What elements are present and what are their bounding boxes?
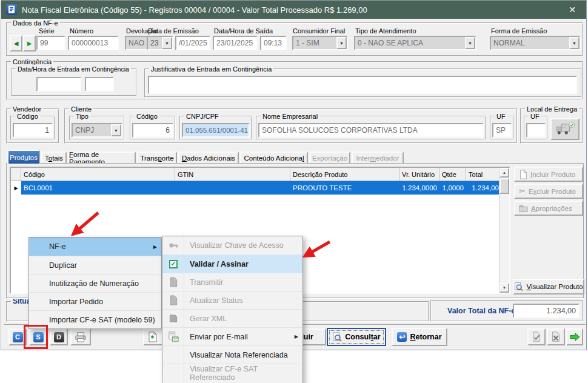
consultar-button[interactable]: Consultar <box>327 328 386 346</box>
cliente-codigo-field[interactable]: 6 <box>132 123 173 138</box>
cliente-nome-field[interactable]: SOFOLHA SOLUCOES CORPORATIVAS LTDA <box>258 123 484 138</box>
title-bar: Nota Fiscal Eletrônica (Código 55) - Reg… <box>1 1 586 19</box>
cliente-tipo-combo[interactable]: CNPJ ▼ <box>72 123 122 138</box>
consumidor-label: Consumidor Final <box>293 27 345 35</box>
annotation-arrow-nfe <box>62 209 104 242</box>
justificativa-label: Justificativa de Entrada em Contingência <box>149 65 273 73</box>
scissors-icon: ✂ <box>519 187 526 196</box>
cliente-cnpj-field[interactable]: 01.055.651/0001-41 <box>182 123 250 138</box>
nav-prev-button[interactable]: ◀ <box>10 35 22 52</box>
col-descricao[interactable]: Descrição Produto <box>290 168 399 181</box>
col-codigo[interactable]: Código <box>21 168 175 181</box>
vendedor-codigo-field[interactable]: 1 <box>13 123 53 138</box>
close-icon[interactable]: ✕ <box>558 1 586 19</box>
menu-item-duplicar[interactable]: Duplicar <box>29 256 161 274</box>
emissao-label: Data de Emissão <box>148 27 199 35</box>
col-vr-unitario[interactable]: Vr. Unitário <box>399 168 439 181</box>
retornar-button[interactable]: ↩ Retornar <box>392 328 447 346</box>
print-button[interactable] <box>70 328 91 345</box>
serie-label: Série <box>39 27 55 35</box>
dropdown-arrow-icon[interactable]: ▼ <box>111 124 121 136</box>
table-row[interactable]: ▶ BCL0001 PRODUTO TESTE 1.234,0000 1,000… <box>11 181 509 195</box>
submenu-arrow-icon: ▶ <box>153 244 157 250</box>
scroll-down-icon[interactable]: ▼ <box>499 283 509 293</box>
scrollbar-thumb[interactable] <box>499 178 509 194</box>
saida-data-field[interactable]: 23/01/2025 <box>213 36 258 50</box>
submenu-item-visualizar-cfe-ref: Visualizar CF-e SAT Referenciado <box>162 364 302 382</box>
tab-dados-adicionais[interactable]: Dados Adicionais <box>178 152 239 164</box>
col-total[interactable]: Total <box>466 168 501 181</box>
submenu-item-enviar-email[interactable]: Enviar por E-mail ▶ <box>162 327 302 345</box>
toolbar-d-button[interactable]: D <box>50 328 68 345</box>
consumidor-combo[interactable]: 1 - SIM ▼ <box>292 36 348 50</box>
cliente-cnpj-label: CNPJ/CPF <box>184 112 221 121</box>
cell-gtin <box>175 181 290 195</box>
tab-totais[interactable]: Totais <box>41 152 67 164</box>
tab-conteudo-adicional[interactable]: Conteúdo Adicional <box>240 152 308 164</box>
tab-transporte[interactable]: Transporte <box>137 152 177 164</box>
scroll-up-icon[interactable]: ▲ <box>499 168 509 178</box>
window-title: Nota Fiscal Eletrônica (Código 55) - Reg… <box>22 1 367 19</box>
folder-icon <box>519 204 528 212</box>
menu-item-importar-cfe-sat[interactable]: Importar CF-e SAT (modelo 59) <box>29 310 161 328</box>
emissao-resto-field[interactable]: /01/2025 <box>175 36 210 50</box>
justificativa-field[interactable] <box>148 76 577 94</box>
col-gtin[interactable]: GTIN <box>175 168 290 181</box>
saida-hora-field[interactable]: 09:13 <box>260 36 287 50</box>
entrega-uf-field[interactable] <box>526 123 546 138</box>
forma-emissao-combo[interactable]: NORMAL ▼ <box>490 36 581 50</box>
submenu-item-validar-assinar[interactable]: ✓ Validar / Assinar <box>162 255 302 273</box>
row-pointer-icon: ▶ <box>11 181 21 195</box>
doc-check-icon <box>531 331 542 342</box>
excluir-produto-button: ✂ Excluir Produto <box>514 184 583 199</box>
nav-next-button[interactable]: ▶ <box>23 35 36 52</box>
dropdown-arrow-icon[interactable]: ▼ <box>465 37 475 49</box>
save-doc-icon <box>148 331 157 342</box>
dropdown-arrow-icon[interactable]: ▼ <box>336 37 347 49</box>
email-icon <box>167 331 179 343</box>
contingencia-hora-field[interactable] <box>85 77 114 92</box>
valor-total-label: Valor Total da NF-e: <box>447 307 518 315</box>
annotation-red-box <box>24 325 48 349</box>
contingencia-data-field[interactable] <box>36 77 81 92</box>
nfe-window: Nota Fiscal Eletrônica (Código 55) - Reg… <box>1 0 587 350</box>
submenu-item-visualizar-nota-ref[interactable]: Visualizar Nota Referenciada <box>162 345 302 364</box>
atendimento-label: Tipo de Atendimento <box>355 27 416 35</box>
dropdown-arrow-icon[interactable]: ▼ <box>569 37 580 49</box>
cliente-uf-field[interactable]: SP <box>492 123 512 138</box>
local-entrega-button[interactable] <box>550 118 580 140</box>
grid-indicator-header <box>11 168 21 181</box>
cliente-nome-label: Nome Empresarial <box>261 112 319 121</box>
grid-vscrollbar[interactable]: ▲ ▼ <box>499 168 509 293</box>
cliente-tipo-label: Tipo <box>74 112 90 121</box>
col-qtde[interactable]: Qtde <box>439 168 466 181</box>
menu-item-inutilizacao[interactable]: Inutilização de Numeração <box>29 274 161 292</box>
gray-doc-icon <box>167 276 179 288</box>
tab-exportacao: Exportação <box>309 152 350 164</box>
tab-forma-pagamento[interactable]: Forma de Pagamento <box>68 152 136 164</box>
printer-icon <box>75 331 87 342</box>
numero-field[interactable]: 000000013 <box>68 36 119 50</box>
key-icon <box>167 239 179 251</box>
atendimento-combo[interactable]: 0 - NAO SE APLICA ▼ <box>354 36 476 50</box>
cell-vr-unitario: 1.234,0000 <box>399 181 439 195</box>
emissao-dia-combo[interactable]: 23 ▼ <box>147 36 173 50</box>
visualizar-produto-button[interactable]: Visualizar Produto <box>513 279 584 295</box>
cliente-uf-label: UF <box>495 112 507 121</box>
advance-button[interactable] <box>566 328 583 345</box>
dropdown-arrow-icon[interactable]: ▼ <box>162 37 172 49</box>
serie-field[interactable]: 99 <box>36 36 65 50</box>
context-menu: NF-e ▶ Duplicar Inutilização de Numeraçã… <box>28 237 162 329</box>
c-badge-icon: C <box>13 332 23 342</box>
apropriacoes-button: Apropriações <box>514 201 583 216</box>
return-arrow-icon: ↩ <box>397 332 407 342</box>
submenu-item-atualizar-status: Atualizar Status <box>162 291 302 309</box>
menu-item-importar-pedido[interactable]: Importar Pedido <box>29 292 161 310</box>
grid-header: Código GTIN Descrição Produto Vr. Unitár… <box>11 168 509 181</box>
group-dados-legend: Dados da NF-e <box>11 19 60 27</box>
numero-label: Número <box>70 27 93 35</box>
tab-produtos[interactable]: Produtos <box>7 150 40 164</box>
saida-label: Data/Hora de Saída <box>214 27 273 35</box>
nav-left-icon: ◀ <box>14 40 19 47</box>
valor-total-field: 1.234,00 <box>513 304 580 318</box>
